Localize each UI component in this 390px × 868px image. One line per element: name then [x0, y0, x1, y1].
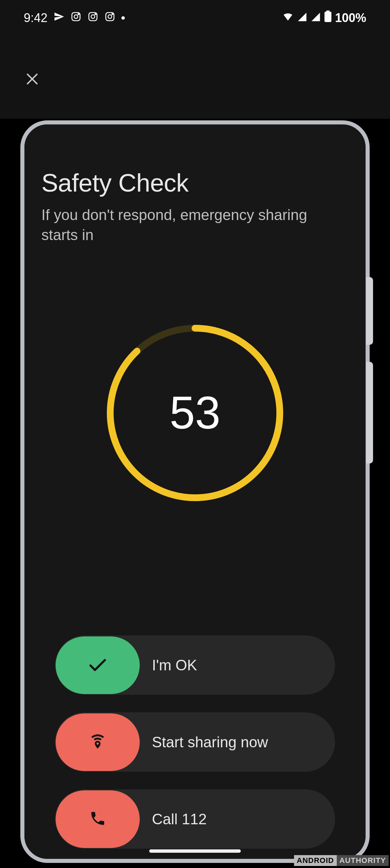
status-bar: 9:42	[0, 0, 390, 36]
safety-check-screen: Safety Check If you don't respond, emerg…	[24, 124, 366, 859]
power-button	[366, 362, 373, 463]
battery-percent: 100%	[335, 11, 366, 25]
svg-point-7	[108, 15, 112, 18]
send-icon	[54, 11, 64, 25]
countdown-value: 53	[105, 323, 285, 503]
gesture-nav-pill[interactable]	[149, 849, 241, 853]
watermark-part2: AUTHORITY	[337, 855, 389, 866]
signal-icon	[311, 11, 321, 25]
notification-dot-icon	[121, 16, 125, 20]
action-label: I'm OK	[152, 657, 197, 674]
start-sharing-button[interactable]: Start sharing now	[55, 712, 335, 772]
device-frame: Safety Check If you don't respond, emerg…	[20, 120, 370, 863]
status-time: 9:42	[24, 11, 47, 25]
action-list: I'm OK Start sharing now	[55, 635, 335, 849]
wifi-icon	[282, 11, 294, 25]
im-ok-button[interactable]: I'm OK	[55, 635, 335, 695]
app-header-area: 9:42	[0, 0, 390, 119]
action-label: Call 112	[152, 811, 207, 828]
action-label: Start sharing now	[152, 734, 268, 751]
share-pill	[56, 713, 140, 771]
svg-point-8	[112, 14, 113, 15]
svg-point-4	[91, 15, 95, 18]
close-button[interactable]	[19, 66, 46, 93]
phone-icon	[89, 810, 106, 828]
watermark: ANDROID AUTHORITY	[294, 855, 389, 866]
status-bar-left: 9:42	[24, 11, 125, 25]
watermark-part1: ANDROID	[294, 855, 337, 866]
instagram-icon	[87, 11, 98, 25]
svg-point-5	[95, 14, 96, 15]
instagram-icon	[71, 11, 81, 25]
svg-rect-9	[325, 12, 331, 22]
instagram-icon	[104, 11, 115, 25]
svg-point-1	[74, 15, 78, 18]
location-share-icon	[88, 732, 107, 752]
page-subtitle: If you don't respond, emergency sharing …	[41, 205, 323, 245]
battery-icon	[324, 11, 332, 25]
page-title: Safety Check	[41, 169, 349, 197]
call-emergency-button[interactable]: Call 112	[55, 789, 335, 849]
check-pill	[56, 636, 140, 694]
volume-button	[366, 277, 373, 345]
check-icon	[87, 654, 109, 677]
svg-rect-10	[326, 11, 330, 12]
countdown-container: 53	[41, 323, 349, 503]
call-pill	[56, 790, 140, 848]
svg-point-2	[78, 14, 79, 15]
countdown-ring: 53	[105, 323, 285, 503]
status-bar-right: 100%	[282, 11, 366, 25]
close-icon	[24, 71, 40, 88]
signal-icon	[297, 11, 307, 25]
